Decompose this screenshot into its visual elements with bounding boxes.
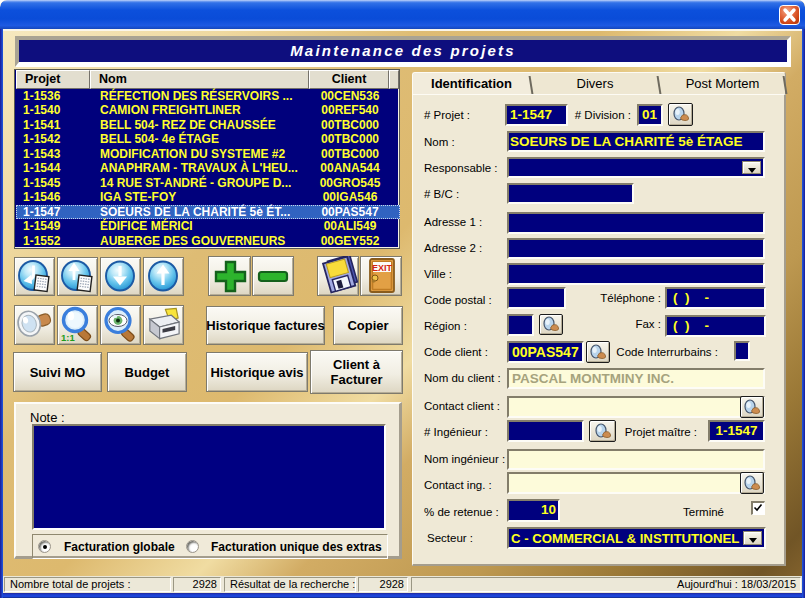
svg-text:EXIT: EXIT xyxy=(372,263,393,273)
svg-text:1:1: 1:1 xyxy=(61,332,75,343)
